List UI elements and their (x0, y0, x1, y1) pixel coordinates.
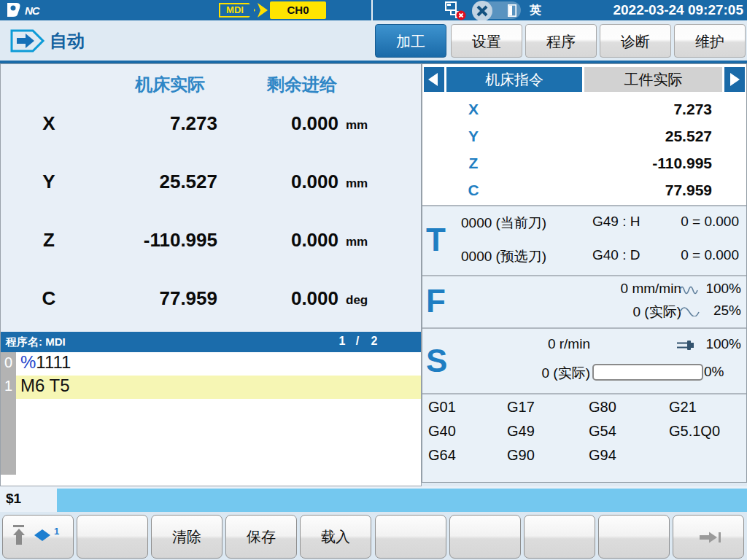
spindle-row-actual: 0 (实际) 0% (422, 364, 746, 383)
axis-unit: mm (346, 171, 390, 191)
spindle-actual: 0 (实际) (466, 364, 590, 383)
tool-row-preselect: 0000 (预选刀) G40 : D 0 = 0.000 (422, 247, 746, 266)
line-body: 1111 (36, 352, 71, 372)
program-line-active[interactable]: 1 M6 T5 (1, 376, 421, 399)
tab-machining[interactable]: 加工 (375, 24, 446, 58)
tool-section: T 0000 (当前刀) G49 : H 0 = 0.000 0000 (预选刀… (422, 206, 746, 275)
line-number: 0 (1, 352, 16, 371)
spindle-load-pct: 0% (704, 364, 740, 380)
line-number: 1 (1, 376, 16, 394)
mode-badge-label: MDI (226, 4, 244, 15)
chevron-right-icon (730, 73, 740, 86)
spindle-row-command: 0 r/min 100% (422, 336, 746, 355)
axis-remaining: 0.000 (187, 229, 338, 252)
cmd-row-z: Z -110.995 (422, 155, 746, 176)
program-name: 程序名: MDI (6, 335, 66, 349)
axis-remaining: 0.000 (187, 112, 338, 135)
status-row: $1 (0, 486, 747, 512)
dro-row-x: X 7.273 0.000 mm (1, 112, 421, 137)
cmd-row-x: X 7.273 (422, 101, 746, 122)
softkey-empty-1[interactable] (77, 515, 148, 559)
axis-label: X (36, 112, 62, 135)
softkey-load[interactable]: 载入 (300, 515, 371, 559)
program-header: 程序名: MDI 1 / 2 (1, 332, 421, 352)
tool-offset: 0 = 0.000 (634, 247, 739, 263)
softkey-empty-5[interactable] (598, 515, 670, 559)
datetime: 2022-03-24 09:27:05 (613, 2, 743, 18)
softkey-save[interactable]: 保存 (225, 515, 297, 559)
channel-progress-bar (57, 489, 747, 512)
chevron-left-icon (428, 73, 438, 86)
softkey-next-menu[interactable] (673, 515, 744, 559)
softkey-empty-2[interactable] (375, 515, 446, 559)
titlebar: NC MDI CH0 英 (0, 0, 747, 20)
cmd-row-y: Y 25.527 (422, 128, 746, 149)
feed-row-command: 0 mm/min 100% (422, 281, 746, 300)
channel-indicator: $1 (6, 491, 21, 507)
auto-mode-icon (10, 29, 45, 52)
feed-actual: 0 (实际) (550, 303, 681, 322)
feed-override-pct: 100% (697, 281, 741, 297)
axis-label: C (36, 287, 62, 310)
feed-actual-pct: 25% (697, 303, 741, 319)
feed-value: 0 mm/min (550, 281, 681, 297)
axis-value: 25.527 (532, 128, 712, 145)
status-pill (474, 1, 521, 19)
line-text: M6 T5 (20, 376, 70, 396)
softkey-return-top[interactable]: 1 (2, 515, 74, 559)
gcode: G49 (507, 423, 584, 440)
softkey-clear[interactable]: 清除 (151, 515, 222, 559)
tab-program[interactable]: 程序 (525, 24, 597, 58)
axis-label: Z (36, 229, 62, 252)
tab-maintenance[interactable]: 维护 (674, 24, 746, 58)
spindle-section: S 0 r/min 100% 0 (实际) 0% (422, 329, 746, 393)
line-body: M6 T5 (20, 376, 70, 395)
prev-view-button[interactable] (424, 67, 444, 92)
line-text: %1111 (20, 352, 71, 373)
titlebar-divider (371, 0, 373, 20)
feed-override-wave-icon (679, 284, 698, 295)
tab-settings[interactable]: 设置 (451, 24, 522, 58)
axis-value: -110.995 (532, 155, 712, 172)
program-line[interactable]: 0 %1111 (1, 352, 421, 376)
tool-number: 0000 (当前刀) (461, 214, 546, 233)
feed-section: F 0 mm/min 100% 0 (实际) 25% (422, 276, 746, 327)
softkey-empty-3[interactable] (449, 515, 521, 559)
hnc-logo: NC (6, 2, 39, 18)
gcode: G01 (428, 399, 505, 416)
network-error-icon (445, 1, 467, 20)
active-line-highlight (16, 376, 421, 399)
return-top-icon (12, 524, 28, 546)
tab-diagnosis[interactable]: 诊断 (600, 24, 671, 58)
jump-end-icon (698, 530, 721, 545)
disconnect-icon (471, 0, 493, 22)
tab-workpiece-actual[interactable]: 工件实际 (584, 67, 722, 92)
diamond-icon (34, 529, 51, 542)
gcode: G17 (507, 399, 584, 416)
axis-value: 7.273 (532, 101, 712, 118)
axis-label: Y (36, 171, 62, 193)
dro-row-c: C 77.959 0.000 deg (1, 287, 421, 312)
dro-col-remaining-feed: 剩余进给 (222, 73, 382, 96)
axis-unit: mm (346, 112, 390, 133)
axis-label: X (460, 101, 487, 118)
softkey-toolbar: 1 清除 保存 载入 (0, 512, 747, 560)
logo-text: NC (25, 4, 39, 17)
tool-offset: 0 = 0.000 (634, 214, 739, 230)
tab-machine-command[interactable]: 机床指令 (446, 67, 582, 92)
program-viewer: 程序名: MDI 1 / 2 0 %1111 1 M6 T5 (1, 332, 421, 486)
softkey-empty-4[interactable] (524, 515, 595, 559)
feed-row-actual: 0 (实际) 25% (422, 303, 746, 322)
mode-arrow-icon (258, 3, 269, 18)
header-row: 自动 加工 设置 程序 诊断 维护 (0, 20, 747, 61)
tool-number: 0000 (预选刀) (461, 247, 546, 266)
axis-label: Y (460, 128, 487, 145)
mode-label: 自动 (50, 29, 85, 52)
status-panel: 机床指令 工件实际 X 7.273 Y 25.527 Z -110.995 C … (422, 63, 747, 483)
program-page-current: 1 (335, 335, 349, 348)
next-view-button[interactable] (724, 67, 745, 92)
line-prefix: % (20, 352, 36, 372)
mode-badge: MDI (219, 3, 269, 18)
gcode: G21 (669, 399, 746, 416)
language-indicator[interactable]: 英 (530, 3, 541, 18)
